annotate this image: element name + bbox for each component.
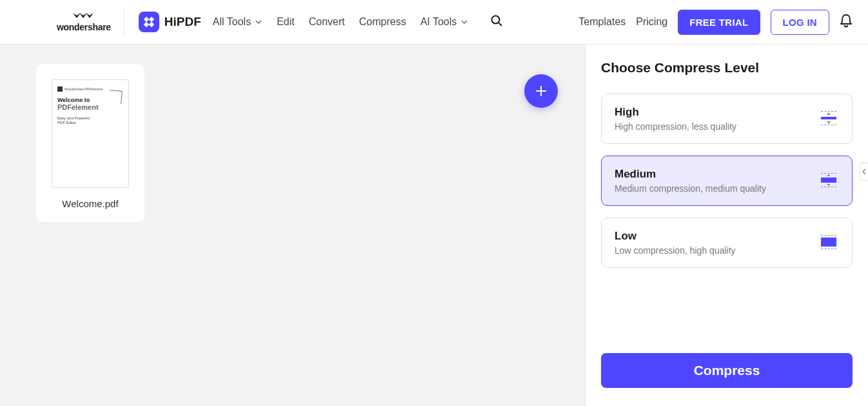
- nav-templates[interactable]: Templates: [578, 16, 626, 28]
- wondershare-label: wondershare: [57, 22, 111, 32]
- hipdf-icon: [139, 12, 159, 32]
- file-name: Welcome.pdf: [62, 198, 118, 209]
- free-trial-button[interactable]: FREE TRIAL: [678, 10, 760, 35]
- compress-option-high[interactable]: High High compression, less quality: [601, 94, 853, 144]
- file-canvas: Wondershare PDFelement Welcome to PDFele…: [0, 45, 585, 406]
- nav-pricing[interactable]: Pricing: [636, 16, 667, 28]
- compress-high-icon: [820, 111, 839, 127]
- thumb-sub1: Easy and Powerful: [57, 116, 123, 120]
- nav-all-tools-label: All Tools: [213, 16, 251, 28]
- svg-line-5: [499, 23, 502, 26]
- nav-edit-label: Edit: [277, 16, 295, 28]
- nav-edit[interactable]: Edit: [277, 16, 295, 28]
- main-nav: All Tools Edit Convert Compress AI Tools: [213, 14, 503, 30]
- thumb-sub2: PDF Editor: [57, 121, 123, 125]
- bell-icon: [840, 14, 853, 28]
- option-title: High: [615, 106, 736, 119]
- plus-icon: [534, 84, 548, 98]
- app-header: wondershare HiPDF All Tools Edit Convert…: [0, 0, 868, 45]
- svg-point-4: [492, 16, 500, 24]
- nav-all-tools[interactable]: All Tools: [213, 16, 262, 28]
- collapse-sidebar-button[interactable]: [859, 163, 868, 181]
- file-thumbnail: Wondershare PDFelement Welcome to PDFele…: [52, 79, 129, 188]
- log-in-button[interactable]: LOG IN: [771, 10, 829, 35]
- chevron-down-icon: [255, 18, 262, 26]
- svg-rect-0: [144, 17, 149, 22]
- compress-button[interactable]: Compress: [601, 353, 853, 388]
- option-desc: Low compression, high quality: [615, 245, 736, 256]
- header-right: Templates Pricing FREE TRIAL LOG IN: [578, 10, 853, 35]
- sidebar-title: Choose Compress Level: [601, 60, 853, 76]
- svg-rect-2: [144, 22, 149, 27]
- option-title: Medium: [615, 168, 766, 181]
- hipdf-logo[interactable]: HiPDF: [139, 12, 201, 32]
- file-card[interactable]: Wondershare PDFelement Welcome to PDFele…: [36, 64, 144, 222]
- notifications-button[interactable]: [840, 14, 853, 30]
- compress-option-low[interactable]: Low Low compression, high quality: [601, 218, 853, 268]
- compress-sidebar: Choose Compress Level High High compress…: [585, 45, 868, 406]
- compress-low-icon: [820, 235, 839, 250]
- option-desc: Medium compression, medium quality: [615, 183, 766, 194]
- chevron-down-icon: [460, 18, 468, 26]
- svg-rect-1: [149, 17, 154, 22]
- thumb-line2: PDFelement: [57, 103, 123, 111]
- option-desc: High compression, less quality: [615, 121, 736, 132]
- add-file-button[interactable]: [524, 74, 558, 108]
- nav-compress-label: Compress: [359, 16, 406, 28]
- main-area: Wondershare PDFelement Welcome to PDFele…: [0, 45, 868, 406]
- nav-compress[interactable]: Compress: [359, 16, 406, 28]
- compress-option-medium[interactable]: Medium Medium compression, medium qualit…: [601, 156, 853, 206]
- option-title: Low: [615, 230, 736, 243]
- nav-convert[interactable]: Convert: [309, 16, 345, 28]
- thumb-brand: Wondershare PDFelement: [64, 87, 103, 91]
- search-button[interactable]: [490, 14, 503, 30]
- nav-ai-tools-label: AI Tools: [420, 16, 457, 28]
- wondershare-icon: [72, 12, 96, 21]
- compress-medium-icon: [820, 173, 839, 188]
- chevron-left-icon: [862, 168, 866, 175]
- svg-rect-3: [149, 22, 154, 27]
- search-icon: [490, 14, 503, 27]
- nav-ai-tools[interactable]: AI Tools: [420, 16, 469, 28]
- hipdf-label: HiPDF: [164, 15, 201, 29]
- nav-convert-label: Convert: [309, 16, 345, 28]
- wondershare-logo[interactable]: wondershare: [57, 7, 124, 37]
